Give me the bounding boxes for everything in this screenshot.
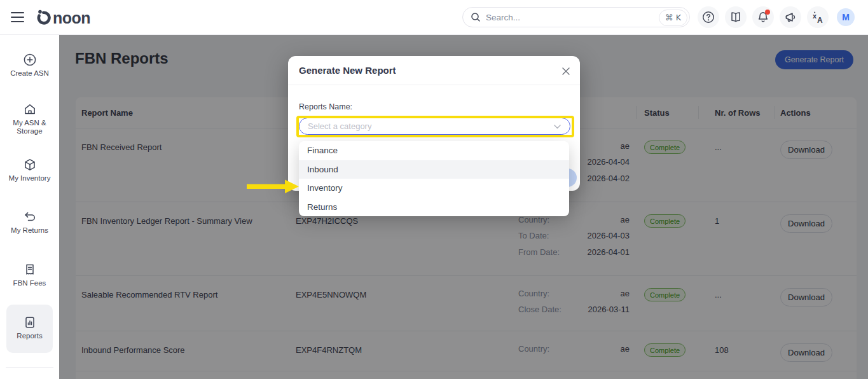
sidebar-item-fbn-fees[interactable]: FBN Fees	[0, 262, 59, 287]
menu-icon[interactable]	[11, 12, 24, 22]
svg-text:noon: noon	[53, 9, 90, 27]
sidebar-item-create-asn[interactable]: Create ASN	[0, 52, 59, 78]
search-icon	[471, 12, 481, 22]
noon-logo[interactable]: noon	[36, 6, 96, 31]
bar-chart-doc-icon	[22, 315, 38, 330]
sidebar-item-label: My Inventory	[0, 174, 59, 183]
topbar: noon Search... ⌘ K xA M	[0, 0, 868, 35]
home-icon	[22, 102, 38, 117]
search-input[interactable]: Search... ⌘ K	[462, 7, 690, 27]
modal-divider	[288, 85, 580, 85]
notifications-button[interactable]	[752, 6, 774, 28]
sidebar-item-my-asn-storage[interactable]: My ASN & Storage	[0, 102, 59, 135]
language-button[interactable]: xA	[807, 6, 829, 28]
megaphone-icon	[783, 10, 797, 24]
sidebar-item-label: FBN Fees	[0, 279, 59, 287]
avatar[interactable]: M	[837, 8, 855, 26]
plus-circle-icon	[22, 52, 38, 67]
sidebar-item-my-inventory[interactable]: My Inventory	[0, 157, 59, 183]
category-dropdown: FinanceInboundInventoryReturns	[299, 141, 569, 216]
annotation-arrow	[245, 177, 301, 196]
modal-title: Generate New Report	[299, 65, 396, 76]
reports-name-label: Reports Name:	[299, 102, 352, 111]
sidebar: Create ASNMy ASN & StorageMy InventoryMy…	[0, 35, 59, 379]
sidebar-item-label: Create ASN	[0, 69, 59, 78]
announcements-button[interactable]	[780, 6, 801, 28]
book-icon	[729, 10, 743, 24]
sidebar-item-label: My Returns	[0, 226, 59, 235]
dropdown-option-returns[interactable]: Returns	[299, 198, 569, 217]
search-placeholder: Search...	[486, 13, 520, 22]
dropdown-option-inventory[interactable]: Inventory	[299, 179, 569, 198]
sidebar-divider	[6, 367, 53, 368]
close-icon[interactable]	[562, 66, 570, 78]
docs-button[interactable]	[725, 6, 747, 28]
sidebar-item-label: My ASN & Storage	[0, 119, 59, 135]
svg-text:A: A	[817, 16, 823, 25]
annotation-highlight-box	[296, 116, 574, 137]
sidebar-item-reports[interactable]: Reports	[0, 315, 59, 340]
help-button[interactable]	[698, 6, 719, 28]
sidebar-item-my-returns[interactable]: My Returns	[0, 209, 59, 235]
return-arrow-icon	[22, 209, 38, 224]
receipt-icon	[22, 262, 38, 277]
help-icon	[701, 10, 715, 24]
search-shortcut: ⌘ K	[659, 10, 687, 26]
dropdown-option-inbound[interactable]: Inbound	[299, 160, 569, 179]
dropdown-option-finance[interactable]: Finance	[299, 141, 569, 160]
notification-dot	[765, 10, 770, 15]
translate-icon: xA	[811, 10, 825, 24]
sidebar-item-label: Reports	[0, 332, 59, 340]
cube-icon	[22, 157, 38, 172]
